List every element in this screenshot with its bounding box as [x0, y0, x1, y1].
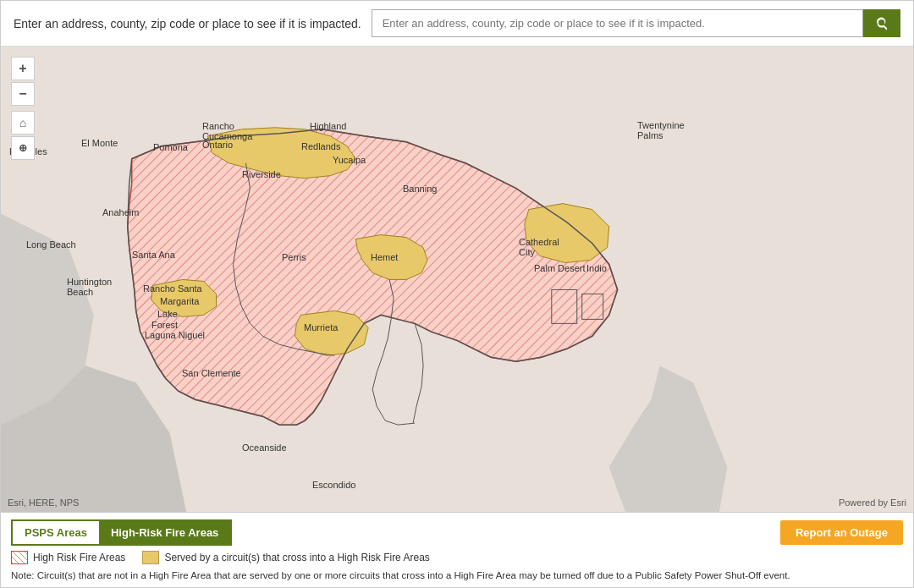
search-label: Enter an address, county, zip code or pl…	[14, 17, 361, 30]
home-button[interactable]: ⌂	[11, 111, 35, 135]
map-attribution-left: Esri, HERE, NPS	[8, 497, 79, 508]
tab-psps[interactable]: PSPS Areas	[13, 521, 99, 544]
legend-items: High Risk Fire Areas Served by a circuit…	[11, 551, 903, 564]
map-attribution-right: Powered by Esri	[839, 497, 906, 508]
map-svg	[1, 47, 913, 512]
zoom-out-button[interactable]: −	[11, 82, 35, 106]
bottom-panel: PSPS Areas High-Risk Fire Areas Report a…	[1, 512, 913, 587]
legend-item-hatch: High Risk Fire Areas	[11, 551, 125, 564]
search-input[interactable]	[372, 9, 863, 37]
legend-label-hatch: High Risk Fire Areas	[33, 552, 125, 563]
tab-highfire[interactable]: High-Risk Fire Areas	[99, 521, 230, 544]
search-button[interactable]	[863, 9, 900, 37]
yellow-swatch	[142, 551, 159, 564]
main-container: Enter an address, county, zip code or pl…	[0, 0, 914, 588]
tab-group: PSPS Areas High-Risk Fire Areas	[11, 519, 232, 546]
search-input-wrap	[372, 9, 900, 37]
legend-label-yellow: Served by a circuit(s) that cross into a…	[164, 552, 429, 563]
map-controls: + − ⌂ ⊕	[11, 57, 35, 160]
map-area[interactable]: Lo geles El Monte RanchoCucamonga Ontari…	[1, 47, 913, 512]
hatch-swatch	[11, 551, 28, 564]
zoom-in-button[interactable]: +	[11, 57, 35, 80]
report-outage-button[interactable]: Report an Outage	[780, 520, 903, 545]
legend-item-yellow: Served by a circuit(s) that cross into a…	[142, 551, 429, 564]
legend-row: PSPS Areas High-Risk Fire Areas Report a…	[11, 519, 903, 546]
search-bar: Enter an address, county, zip code or pl…	[1, 1, 913, 47]
search-icon	[875, 17, 889, 30]
legend-note: Note: Circuit(s) that are not in a High …	[11, 569, 903, 582]
compass-button[interactable]: ⊕	[11, 136, 35, 160]
